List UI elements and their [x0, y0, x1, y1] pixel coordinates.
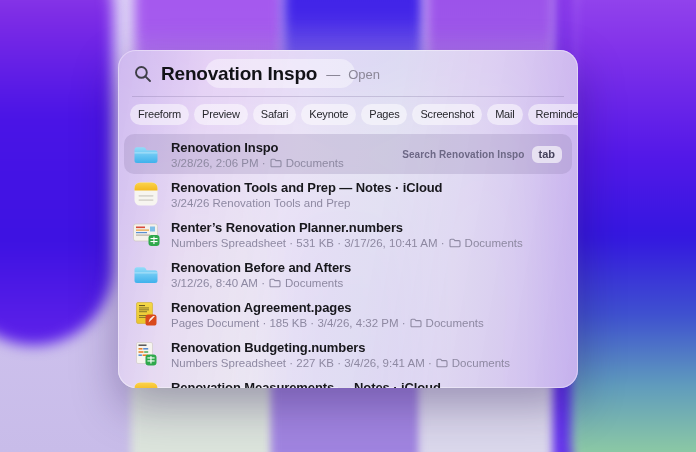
- result-title: Renovation Tools and Prep — Notes · iClo…: [171, 179, 442, 196]
- result-title: Renovation Before and Afters: [171, 259, 351, 276]
- numbers-spreadsheet-icon: [132, 223, 160, 246]
- result-title: Renovation Agreement.pages: [171, 299, 484, 316]
- filter-reminders[interactable]: Reminders: [528, 104, 578, 125]
- result-meta: Numbers Spreadsheet · 227 KB · 3/4/26, 9…: [171, 356, 510, 370]
- notes-icon: [132, 382, 160, 388]
- result-row-renovation-inspo[interactable]: Renovation Inspo 3/28/26, 2:06 PM · Docu…: [124, 134, 572, 174]
- desktop: Renovation Inspo — Open Freeform Preview…: [0, 0, 696, 452]
- blue-folder-icon: [132, 264, 160, 285]
- spotlight-window: Renovation Inspo — Open Freeform Preview…: [118, 50, 578, 388]
- filter-keynote[interactable]: Keynote: [301, 104, 356, 125]
- result-meta: Numbers Spreadsheet · 531 KB · 3/17/26, …: [171, 236, 523, 250]
- hint-dash: —: [326, 66, 340, 82]
- blue-folder-icon: [132, 144, 160, 165]
- accessory-label: Search Renovation Inspo: [402, 149, 524, 160]
- numbers-spreadsheet-icon: [132, 342, 160, 366]
- result-row-renovation-tools-and-prep[interactable]: Renovation Tools and Prep — Notes · iClo…: [124, 174, 572, 214]
- documents-folder-icon: [436, 358, 448, 368]
- search-icon: [134, 65, 152, 83]
- wallpaper-capsule-right: [571, 0, 696, 452]
- result-meta: Pages Document · 185 KB · 3/4/26, 4:32 P…: [171, 316, 484, 330]
- result-title: Renovation Measurements — Notes · iCloud: [171, 379, 441, 389]
- documents-folder-icon: [270, 158, 282, 168]
- documents-folder-icon: [269, 278, 281, 288]
- result-title: Renovation Budgeting.numbers: [171, 339, 510, 356]
- filter-safari[interactable]: Safari: [253, 104, 297, 125]
- result-row-renovation-measurements[interactable]: Renovation Measurements — Notes · iCloud: [124, 374, 572, 388]
- result-title: Renovation Inspo: [171, 139, 344, 156]
- filter-mail[interactable]: Mail: [487, 104, 522, 125]
- tab-key-badge: tab: [532, 146, 563, 163]
- autocomplete-hint: — Open: [326, 66, 380, 82]
- result-row-renovation-agreement[interactable]: Renovation Agreement.pages Pages Documen…: [124, 294, 572, 334]
- result-meta: 3/12/26, 8:40 AM · Documents: [171, 276, 351, 290]
- result-row-renters-renovation-planner[interactable]: Renter’s Renovation Planner.numbers Numb…: [124, 214, 572, 254]
- pages-document-icon: [132, 302, 160, 326]
- filter-pills: Freeform Preview Safari Keynote Pages Sc…: [118, 97, 578, 131]
- documents-folder-icon: [449, 238, 461, 248]
- hint-action: Open: [348, 67, 380, 82]
- filter-pages[interactable]: Pages: [361, 104, 407, 125]
- search-input[interactable]: Renovation Inspo: [161, 63, 317, 85]
- search-results: Renovation Inspo 3/28/26, 2:06 PM · Docu…: [118, 131, 578, 388]
- result-meta: 3/24/26 Renovation Tools and Prep: [171, 196, 442, 210]
- filter-freeform[interactable]: Freeform: [130, 104, 189, 125]
- result-row-renovation-budgeting[interactable]: Renovation Budgeting.numbers Numbers Spr…: [124, 334, 572, 374]
- documents-folder-icon: [410, 318, 422, 328]
- wallpaper-capsule-left: [0, 0, 113, 345]
- spotlight-search-bar[interactable]: Renovation Inspo — Open: [118, 50, 578, 96]
- result-title: Renter’s Renovation Planner.numbers: [171, 219, 523, 236]
- filter-screenshot[interactable]: Screenshot: [412, 104, 482, 125]
- result-row-renovation-before-and-afters[interactable]: Renovation Before and Afters 3/12/26, 8:…: [124, 254, 572, 294]
- notes-icon: [132, 182, 160, 206]
- result-meta: 3/28/26, 2:06 PM · Documents: [171, 156, 344, 170]
- filter-preview[interactable]: Preview: [194, 104, 248, 125]
- search-accessory: Search Renovation Inspo tab: [402, 146, 562, 163]
